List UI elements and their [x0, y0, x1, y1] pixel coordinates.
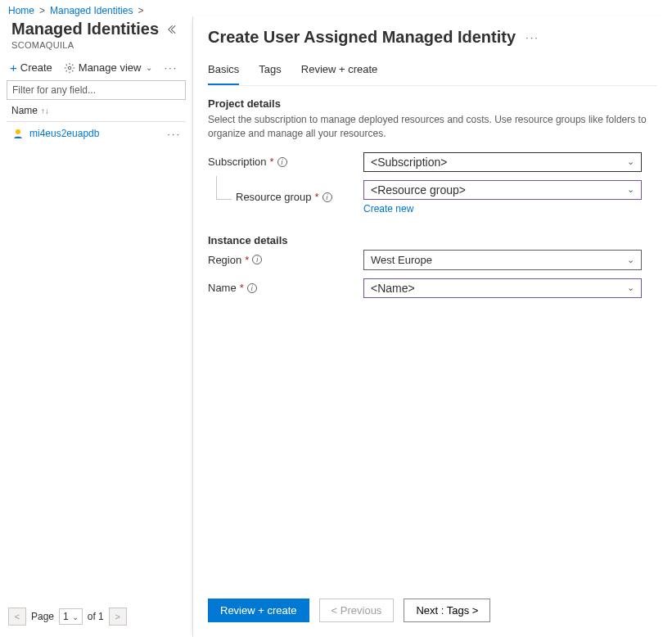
project-details-heading: Project details: [208, 97, 657, 110]
region-label: Region * i: [208, 254, 363, 266]
project-details-desc: Select the subscription to manage deploy…: [208, 113, 657, 141]
instance-details-heading: Instance details: [208, 234, 657, 246]
filter-input[interactable]: [7, 80, 186, 100]
create-new-resource-group-link[interactable]: Create new: [363, 203, 657, 215]
subscription-select[interactable]: <Subscription> ⌄: [363, 152, 642, 172]
form-title: Create User Assigned Managed Identity: [208, 28, 516, 47]
name-value: <Name>: [371, 282, 415, 295]
subscription-label: Subscription * i: [208, 156, 363, 168]
subscription-label-text: Subscription: [208, 156, 267, 168]
list-item-label: mi4eus2euapdb: [29, 128, 99, 139]
chevron-down-icon: ⌄: [146, 63, 152, 72]
chevron-down-icon: ⌄: [627, 282, 634, 293]
resource-group-label: Resource group * i: [208, 191, 363, 203]
pager-page-label: Page: [31, 611, 54, 622]
region-value: West Europe: [371, 254, 432, 266]
pager: < Page 1 ⌄ of 1 >: [7, 603, 186, 630]
column-header-name[interactable]: Name ↑↓: [7, 100, 186, 122]
tab-tags[interactable]: Tags: [259, 58, 281, 85]
previous-button[interactable]: < Previous: [319, 599, 395, 622]
info-icon[interactable]: i: [277, 157, 287, 167]
create-button[interactable]: + Create: [10, 61, 52, 74]
form-more-button[interactable]: ···: [525, 31, 539, 43]
breadcrumb-sep: >: [138, 5, 143, 16]
scope-subtitle: SCOMAQUILA: [11, 40, 181, 50]
breadcrumb-sep: >: [39, 5, 45, 16]
resource-group-value: <Resource group>: [371, 183, 466, 197]
managed-identity-icon: [11, 127, 25, 140]
wizard-footer: Review + create < Previous Next : Tags >: [208, 590, 657, 630]
next-button[interactable]: Next : Tags >: [404, 599, 490, 622]
page-title: Managed Identities: [11, 20, 159, 38]
required-asterisk: *: [315, 191, 319, 203]
pager-prev-button[interactable]: <: [8, 608, 26, 626]
pager-page-select[interactable]: 1 ⌄: [59, 608, 83, 625]
collapse-left-pane-button[interactable]: [166, 22, 181, 37]
pager-page-value: 1: [63, 611, 69, 622]
chevron-down-icon: ⌄: [627, 156, 634, 167]
left-pane: Managed Identities SCOMAQUILA + Create M…: [0, 16, 192, 637]
tab-review-create[interactable]: Review + create: [301, 58, 378, 85]
resource-group-label-text: Resource group: [236, 191, 312, 203]
chevron-down-icon: ⌄: [627, 184, 634, 195]
sort-arrow-icon: ↑↓: [41, 106, 49, 115]
subscription-value: <Subscription>: [371, 156, 447, 169]
manage-view-button[interactable]: Manage view ⌄: [64, 61, 153, 74]
svg-point-1: [16, 129, 20, 134]
tabs: Basics Tags Review + create: [208, 58, 657, 86]
tab-basics[interactable]: Basics: [208, 58, 239, 85]
breadcrumb-home[interactable]: Home: [8, 5, 34, 16]
create-label: Create: [20, 61, 52, 74]
info-icon[interactable]: i: [322, 192, 332, 202]
command-bar-more-button[interactable]: ···: [164, 61, 178, 74]
breadcrumb-managed-identities[interactable]: Managed Identities: [50, 5, 133, 16]
list-item-more-button[interactable]: ···: [167, 128, 181, 140]
manage-view-label: Manage view: [79, 61, 142, 74]
pager-total: of 1: [88, 611, 104, 622]
command-bar: + Create Manage view ⌄ ···: [7, 53, 186, 80]
name-label-text: Name: [208, 282, 237, 294]
pager-next-button[interactable]: >: [109, 608, 127, 626]
region-label-text: Region: [208, 254, 241, 266]
name-input[interactable]: <Name> ⌄: [363, 278, 642, 298]
breadcrumb: Home > Managed Identities >: [0, 0, 672, 16]
chevron-down-icon: ⌄: [627, 255, 634, 265]
right-pane: Create User Assigned Managed Identity ··…: [192, 16, 672, 637]
gear-icon: [64, 62, 75, 74]
required-asterisk: *: [240, 282, 244, 294]
svg-point-0: [68, 66, 71, 70]
list-item[interactable]: mi4eus2euapdb ···: [7, 122, 186, 145]
plus-icon: +: [10, 61, 17, 74]
info-icon[interactable]: i: [247, 283, 257, 293]
column-header-label: Name: [11, 105, 38, 116]
region-select[interactable]: West Europe ⌄: [363, 250, 642, 270]
chevron-down-icon: ⌄: [72, 612, 79, 621]
name-label: Name * i: [208, 282, 363, 294]
info-icon[interactable]: i: [252, 255, 262, 264]
required-asterisk: *: [270, 156, 274, 168]
resource-group-select[interactable]: <Resource group> ⌄: [363, 180, 642, 200]
required-asterisk: *: [245, 254, 249, 266]
review-create-button[interactable]: Review + create: [208, 599, 309, 622]
